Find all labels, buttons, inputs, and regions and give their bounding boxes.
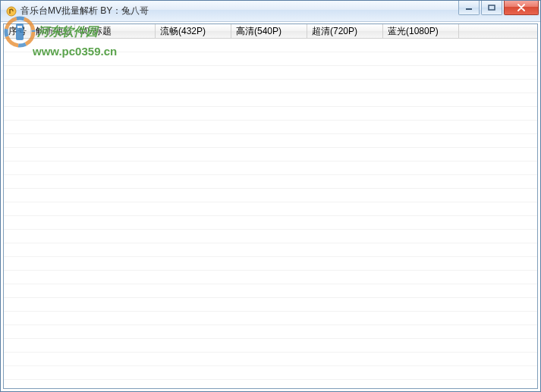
maximize-button[interactable]: [481, 1, 502, 15]
window-controls: [458, 1, 539, 16]
column-header-url[interactable]: 解析地址: [31, 24, 75, 38]
column-header-title[interactable]: MV标题: [75, 24, 156, 38]
column-header-540p[interactable]: 高清(540P): [231, 24, 307, 38]
listview-body[interactable]: [4, 39, 537, 388]
titlebar[interactable]: 音乐台MV批量解析 BY：兔八哥: [1, 1, 540, 22]
minimize-button[interactable]: [458, 1, 480, 15]
column-header-720p[interactable]: 超清(720P): [307, 24, 383, 38]
close-button[interactable]: [504, 1, 539, 15]
svg-rect-1: [466, 8, 472, 10]
column-header-432p[interactable]: 流畅(432P): [156, 24, 231, 38]
column-header-spacer: [459, 24, 537, 38]
app-icon: [5, 5, 17, 17]
application-window: 音乐台MV批量解析 BY：兔八哥 序号 解析地址 MV标题 流畅(432P) 高…: [0, 0, 541, 392]
listview[interactable]: 序号 解析地址 MV标题 流畅(432P) 高清(540P) 超清(720P) …: [3, 24, 538, 389]
svg-rect-2: [489, 5, 495, 10]
column-header-index[interactable]: 序号: [4, 24, 31, 38]
svg-point-0: [7, 7, 16, 16]
column-header-row: 序号 解析地址 MV标题 流畅(432P) 高清(540P) 超清(720P) …: [4, 24, 537, 39]
window-title: 音乐台MV批量解析 BY：兔八哥: [20, 5, 149, 17]
column-header-1080p[interactable]: 蓝光(1080P): [383, 24, 459, 38]
